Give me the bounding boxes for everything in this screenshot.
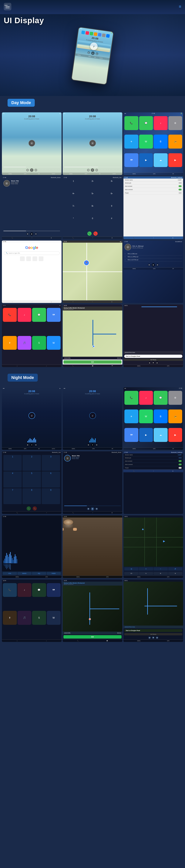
- dial-5[interactable]: 5: [23, 471, 41, 487]
- night-auto-connect-toggle[interactable]: [179, 464, 182, 465]
- waze-app[interactable]: W: [47, 611, 61, 625]
- prev-btn[interactable]: ⏮: [87, 444, 90, 446]
- prev-button[interactable]: ⏮: [87, 51, 90, 54]
- nav-email[interactable]: EMAIL: [77, 54, 81, 56]
- end-call-btn[interactable]: 📞: [33, 506, 37, 510]
- map-ctrl-a[interactable]: 3D: [124, 572, 138, 575]
- go-button[interactable]: GO: [63, 360, 122, 364]
- music-nav[interactable]: ♪: [46, 512, 47, 514]
- whatsapp-app[interactable]: W: [139, 409, 153, 424]
- menu-button[interactable]: [4, 3, 11, 10]
- email-nav[interactable]: EMAIL: [8, 173, 12, 175]
- auto-nav[interactable]: AUTO: [113, 173, 116, 175]
- gps-nav[interactable]: GPS: [24, 173, 26, 175]
- bt-app-icon[interactable]: B: [154, 134, 168, 149]
- night-prev[interactable]: ⏮: [87, 507, 90, 510]
- music-app[interactable]: ♪: [18, 583, 31, 597]
- map-ctrl-c[interactable]: ⊕: [154, 572, 168, 575]
- dial-5[interactable]: 5▪: [83, 192, 102, 204]
- dial-hash[interactable]: #: [103, 217, 121, 229]
- bt-next-btn[interactable]: ⏭: [34, 232, 37, 235]
- email-nav[interactable]: EMAIL: [16, 576, 19, 578]
- music-nav[interactable]: ♪: [92, 237, 93, 239]
- progress-bar[interactable]: [3, 167, 60, 167]
- nav-more[interactable]: ···: [106, 58, 107, 60]
- dial-3[interactable]: 3▪: [103, 180, 121, 192]
- night-go-button[interactable]: GO: [63, 635, 122, 639]
- map-area[interactable]: 📍: [63, 243, 122, 301]
- night-navi-map[interactable]: [63, 586, 122, 632]
- email-nav[interactable]: EMAIL: [8, 448, 12, 449]
- map-ctrl-b[interactable]: N: [139, 572, 153, 575]
- settings-nav[interactable]: ⚙: [51, 237, 52, 239]
- dial-1[interactable]: 1: [3, 455, 22, 471]
- email-nav[interactable]: EMAIL: [133, 173, 136, 175]
- gps-nav[interactable]: GPS: [92, 448, 95, 449]
- next-btn[interactable]: ⏭: [156, 264, 159, 266]
- phone-app[interactable]: 📞: [125, 391, 138, 405]
- auto-nav[interactable]: AUTO: [52, 173, 55, 175]
- night-turn-map[interactable]: [124, 582, 183, 626]
- map-ctrl-1[interactable]: ⊙: [124, 567, 138, 570]
- gps-nav[interactable]: GPS: [85, 173, 87, 175]
- night-power-toggle[interactable]: [179, 467, 182, 469]
- phone-nav[interactable]: 📞: [73, 237, 74, 239]
- phone-nav[interactable]: 📞: [17, 512, 18, 514]
- next-button[interactable]: ⏭: [96, 52, 99, 55]
- dial-0[interactable]: 0: [83, 217, 102, 229]
- zoom-out[interactable]: −: [92, 301, 93, 302]
- gps-nav[interactable]: GPS: [167, 365, 169, 367]
- media-prev[interactable]: ⏮: [148, 362, 151, 364]
- next-btn[interactable]: ⏭: [95, 444, 98, 446]
- play-pause-btn[interactable]: ⏸: [91, 168, 94, 172]
- music-app-icon[interactable]: ♪: [154, 116, 168, 130]
- email-nav[interactable]: EMAIL: [72, 448, 75, 449]
- song-item-2[interactable]: 2 华乐_01_大声说.mp3: [125, 255, 182, 258]
- auto-answer-toggle[interactable]: [179, 185, 182, 187]
- messages-app-icon[interactable]: 💬: [139, 116, 153, 130]
- home-nav[interactable]: ⌂: [17, 640, 18, 641]
- home-nav[interactable]: ⌂: [17, 365, 18, 367]
- navi-map[interactable]: [63, 311, 122, 357]
- email-nav[interactable]: EMAIL: [137, 365, 141, 367]
- spotify-app[interactable]: S: [32, 611, 46, 625]
- bt-nav[interactable]: BT: [112, 448, 113, 449]
- weather-app[interactable]: ☁: [154, 428, 168, 442]
- play-btn[interactable]: ⏸: [30, 443, 33, 446]
- radio-app[interactable]: 📻: [168, 409, 182, 424]
- settings-nav[interactable]: ⚙: [173, 470, 173, 472]
- bt-nav[interactable]: BT: [99, 173, 101, 175]
- google-search-bar[interactable]: 🔍 Search or type URL: [4, 251, 60, 255]
- dial-9[interactable]: 9: [42, 488, 60, 504]
- msg-nav[interactable]: 💬: [92, 365, 93, 367]
- radio-app-icon[interactable]: 📻: [168, 134, 182, 149]
- quick-link-3[interactable]: [32, 256, 37, 261]
- dial-2[interactable]: 2▪: [83, 180, 102, 192]
- dial-7[interactable]: 7▪: [64, 205, 82, 217]
- bt-nav[interactable]: BT: [173, 448, 174, 449]
- dial-3[interactable]: 3: [42, 455, 60, 471]
- song-item-3[interactable]: 3 华乐_01_到了第.mp3: [125, 258, 182, 261]
- music-nav[interactable]: ♪: [31, 237, 32, 239]
- night-play[interactable]: ▶: [91, 507, 94, 510]
- maps-app[interactable]: 🗺: [47, 583, 61, 597]
- back-btn[interactable]: ←: [12, 301, 13, 302]
- night-bt-progress[interactable]: [64, 506, 121, 506]
- night-next[interactable]: ⏭: [95, 507, 98, 510]
- dial-7[interactable]: 7: [3, 488, 22, 504]
- telegram-app[interactable]: ✈: [125, 409, 138, 424]
- nav-auto[interactable]: AUTO: [100, 57, 103, 59]
- podcast2-app[interactable]: 🎵: [18, 611, 31, 625]
- messages-app[interactable]: 💬: [32, 583, 46, 597]
- play-btn[interactable]: ▶: [152, 263, 155, 267]
- gps-nav[interactable]: GPS: [153, 448, 156, 449]
- prev-btn[interactable]: ⏮: [26, 444, 29, 446]
- ctrl-eq[interactable]: EQ: [32, 572, 46, 575]
- phone-app-icon[interactable]: 📞: [125, 116, 138, 130]
- next-track-btn[interactable]: ⏭: [95, 169, 98, 172]
- phone-carplay[interactable]: 📞: [3, 308, 17, 322]
- settings-app-icon[interactable]: ⚙: [168, 116, 182, 130]
- phone-nav[interactable]: 📞: [73, 512, 74, 514]
- progress-bar[interactable]: [64, 167, 121, 167]
- dial-8[interactable]: 8▪: [83, 205, 102, 217]
